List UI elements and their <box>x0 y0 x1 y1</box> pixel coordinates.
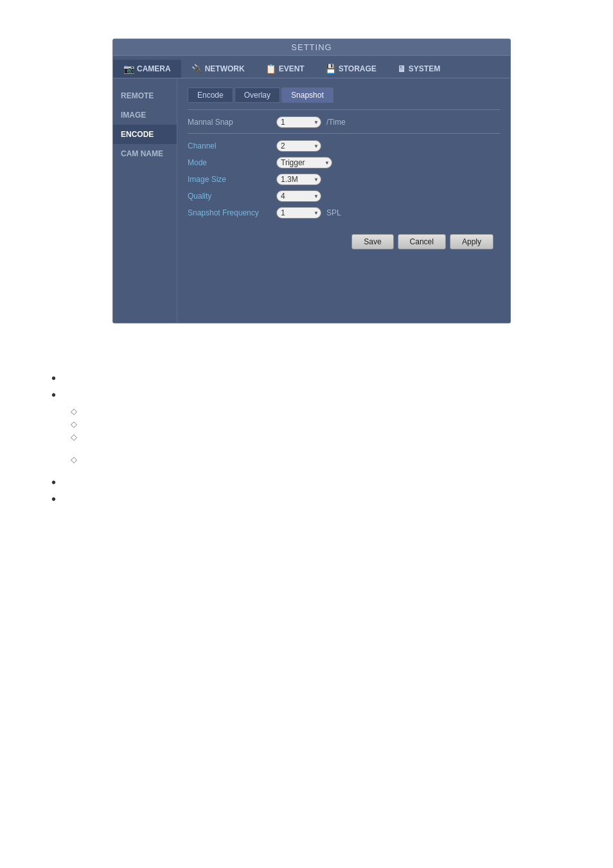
sidebar-remote[interactable]: REMOTE <box>113 86 177 105</box>
sub-bullet-1: ◇ <box>71 406 501 416</box>
settings-dialog: SETTING 📷 CAMERA 🔌 NETWORK 📋 EVENT 💾 STO… <box>112 39 511 323</box>
content-area: REMOTE IMAGE ENCODE CAM NAME Encode <box>113 78 510 323</box>
mode-label: Mode <box>188 158 271 167</box>
notes-area: • • ◇ ◇ ◇ ◇ • • <box>51 373 501 511</box>
camera-icon: 📷 <box>123 64 134 74</box>
sidebar: REMOTE IMAGE ENCODE CAM NAME <box>113 78 177 323</box>
manual-snap-row: Mannal Snap 1 2 3 /Time <box>188 116 500 128</box>
tab-storage[interactable]: 💾 STORAGE <box>315 60 387 78</box>
divider <box>188 109 500 110</box>
dialog-title: SETTING <box>113 39 510 56</box>
image-size-select-wrapper: 1.3M 2M 5M <box>276 174 321 185</box>
sidebar-image[interactable]: IMAGE <box>113 105 177 125</box>
subtab-encode[interactable]: Encode <box>188 87 233 103</box>
tab-event[interactable]: 📋 EVENT <box>255 60 315 78</box>
image-size-select[interactable]: 1.3M 2M 5M <box>276 174 321 185</box>
sub-bullet-2: ◇ <box>71 419 501 429</box>
bullet-3: • <box>51 477 501 489</box>
sidebar-encode[interactable]: ENCODE <box>113 125 177 144</box>
event-icon: 📋 <box>265 64 276 74</box>
bullet-4: • <box>51 494 501 505</box>
cancel-button[interactable]: Cancel <box>398 234 446 249</box>
tab-camera[interactable]: 📷 CAMERA <box>113 60 181 78</box>
bullet-1: • <box>51 373 501 384</box>
apply-button[interactable]: Apply <box>450 234 493 249</box>
spl-label: SPL <box>326 208 341 217</box>
manual-snap-select[interactable]: 1 2 3 <box>276 116 321 128</box>
quality-select-wrapper: 4 1 2 3 5 <box>276 190 321 202</box>
snapshot-freq-select-wrapper: 1 2 3 <box>276 207 321 219</box>
quality-select[interactable]: 4 1 2 3 5 <box>276 190 321 202</box>
mode-select[interactable]: Trigger Continuous <box>276 157 332 168</box>
network-icon: 🔌 <box>191 64 202 74</box>
sidebar-camname[interactable]: CAM NAME <box>113 144 177 163</box>
sub-bullet-4: ◇ <box>71 455 501 464</box>
image-size-label: Image Size <box>188 175 271 184</box>
manual-snap-label: Mannal Snap <box>188 118 271 127</box>
sub-tabs: Encode Overlay Snapshot <box>188 87 500 103</box>
mode-row: Mode Trigger Continuous <box>188 157 500 168</box>
image-size-row: Image Size 1.3M 2M 5M <box>188 174 500 185</box>
sub-bullet-3: ◇ <box>71 432 501 442</box>
system-icon: 🖥 <box>397 64 406 74</box>
subtab-snapshot[interactable]: Snapshot <box>281 87 333 103</box>
snapshot-frequency-row: Snapshot Frequency 1 2 3 SPL <box>188 207 500 219</box>
channel-row: Channel 2 1 3 <box>188 140 500 152</box>
save-button[interactable]: Save <box>351 234 393 249</box>
mode-select-wrapper: Trigger Continuous <box>276 157 332 168</box>
manual-snap-unit: /Time <box>326 118 346 127</box>
channel-label: Channel <box>188 141 271 150</box>
tab-system[interactable]: 🖥 SYSTEM <box>387 60 450 78</box>
right-panel: Encode Overlay Snapshot Mannal Snap <box>177 78 510 323</box>
tab-network[interactable]: 🔌 NETWORK <box>181 60 255 78</box>
button-bar: Save Cancel Apply <box>188 225 500 256</box>
manual-snap-select-wrapper: 1 2 3 <box>276 116 321 128</box>
snapshot-frequency-label: Snapshot Frequency <box>188 208 271 217</box>
storage-icon: 💾 <box>325 64 336 74</box>
bullet-2: • <box>51 390 501 401</box>
subtab-overlay[interactable]: Overlay <box>235 87 280 103</box>
channel-select-wrapper: 2 1 3 <box>276 140 321 152</box>
divider2 <box>188 133 500 134</box>
snapshot-freq-select[interactable]: 1 2 3 <box>276 207 321 219</box>
channel-select[interactable]: 2 1 3 <box>276 140 321 152</box>
nav-tabs: 📷 CAMERA 🔌 NETWORK 📋 EVENT 💾 STORAGE 🖥 S… <box>113 56 510 78</box>
quality-row: Quality 4 1 2 3 5 <box>188 190 500 202</box>
quality-label: Quality <box>188 192 271 201</box>
